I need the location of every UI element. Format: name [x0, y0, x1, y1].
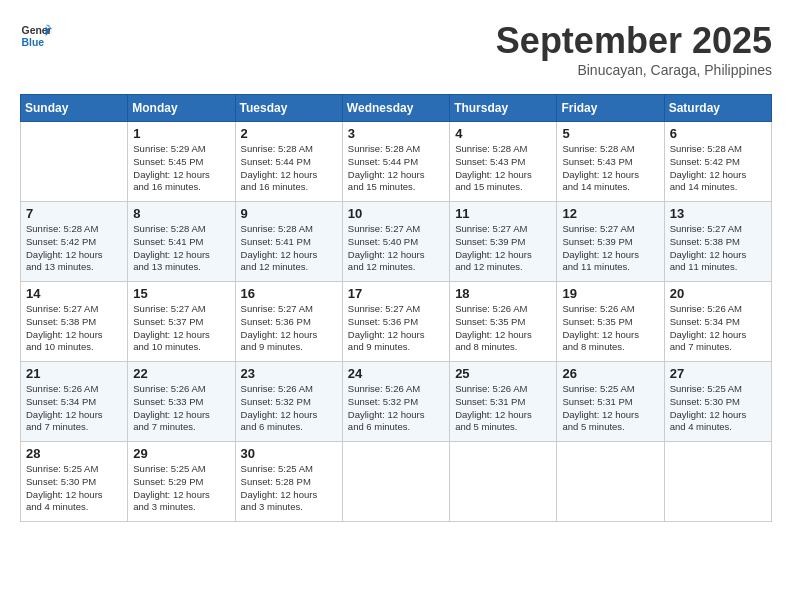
day-info: Sunrise: 5:25 AM Sunset: 5:31 PM Dayligh…	[562, 383, 658, 434]
day-info: Sunrise: 5:25 AM Sunset: 5:30 PM Dayligh…	[26, 463, 122, 514]
calendar-week-2: 7Sunrise: 5:28 AM Sunset: 5:42 PM Daylig…	[21, 202, 772, 282]
day-number: 1	[133, 126, 229, 141]
day-number: 28	[26, 446, 122, 461]
day-info: Sunrise: 5:27 AM Sunset: 5:40 PM Dayligh…	[348, 223, 444, 274]
day-info: Sunrise: 5:27 AM Sunset: 5:38 PM Dayligh…	[26, 303, 122, 354]
day-number: 22	[133, 366, 229, 381]
calendar-cell: 15Sunrise: 5:27 AM Sunset: 5:37 PM Dayli…	[128, 282, 235, 362]
calendar-cell: 26Sunrise: 5:25 AM Sunset: 5:31 PM Dayli…	[557, 362, 664, 442]
day-number: 29	[133, 446, 229, 461]
calendar-cell: 10Sunrise: 5:27 AM Sunset: 5:40 PM Dayli…	[342, 202, 449, 282]
calendar-cell: 12Sunrise: 5:27 AM Sunset: 5:39 PM Dayli…	[557, 202, 664, 282]
calendar-week-1: 1Sunrise: 5:29 AM Sunset: 5:45 PM Daylig…	[21, 122, 772, 202]
day-number: 3	[348, 126, 444, 141]
calendar-cell: 16Sunrise: 5:27 AM Sunset: 5:36 PM Dayli…	[235, 282, 342, 362]
calendar-cell: 17Sunrise: 5:27 AM Sunset: 5:36 PM Dayli…	[342, 282, 449, 362]
day-info: Sunrise: 5:27 AM Sunset: 5:39 PM Dayligh…	[562, 223, 658, 274]
day-info: Sunrise: 5:27 AM Sunset: 5:37 PM Dayligh…	[133, 303, 229, 354]
title-block: September 2025 Binucayan, Caraga, Philip…	[496, 20, 772, 78]
day-info: Sunrise: 5:28 AM Sunset: 5:44 PM Dayligh…	[241, 143, 337, 194]
calendar-week-4: 21Sunrise: 5:26 AM Sunset: 5:34 PM Dayli…	[21, 362, 772, 442]
day-info: Sunrise: 5:26 AM Sunset: 5:35 PM Dayligh…	[562, 303, 658, 354]
day-info: Sunrise: 5:26 AM Sunset: 5:32 PM Dayligh…	[241, 383, 337, 434]
day-number: 20	[670, 286, 766, 301]
calendar-cell	[664, 442, 771, 522]
day-info: Sunrise: 5:26 AM Sunset: 5:31 PM Dayligh…	[455, 383, 551, 434]
weekday-header-tuesday: Tuesday	[235, 95, 342, 122]
calendar-table: SundayMondayTuesdayWednesdayThursdayFrid…	[20, 94, 772, 522]
day-number: 11	[455, 206, 551, 221]
calendar-cell: 2Sunrise: 5:28 AM Sunset: 5:44 PM Daylig…	[235, 122, 342, 202]
calendar-cell	[450, 442, 557, 522]
calendar-cell: 4Sunrise: 5:28 AM Sunset: 5:43 PM Daylig…	[450, 122, 557, 202]
day-number: 6	[670, 126, 766, 141]
day-number: 30	[241, 446, 337, 461]
day-number: 7	[26, 206, 122, 221]
weekday-header-thursday: Thursday	[450, 95, 557, 122]
calendar-cell: 11Sunrise: 5:27 AM Sunset: 5:39 PM Dayli…	[450, 202, 557, 282]
day-info: Sunrise: 5:26 AM Sunset: 5:35 PM Dayligh…	[455, 303, 551, 354]
day-number: 19	[562, 286, 658, 301]
weekday-header-wednesday: Wednesday	[342, 95, 449, 122]
day-info: Sunrise: 5:26 AM Sunset: 5:34 PM Dayligh…	[26, 383, 122, 434]
svg-text:Blue: Blue	[22, 37, 45, 48]
day-number: 17	[348, 286, 444, 301]
day-info: Sunrise: 5:28 AM Sunset: 5:41 PM Dayligh…	[133, 223, 229, 274]
day-info: Sunrise: 5:28 AM Sunset: 5:43 PM Dayligh…	[455, 143, 551, 194]
day-number: 25	[455, 366, 551, 381]
day-number: 26	[562, 366, 658, 381]
weekday-header-friday: Friday	[557, 95, 664, 122]
weekday-header-saturday: Saturday	[664, 95, 771, 122]
calendar-cell: 5Sunrise: 5:28 AM Sunset: 5:43 PM Daylig…	[557, 122, 664, 202]
calendar-cell: 29Sunrise: 5:25 AM Sunset: 5:29 PM Dayli…	[128, 442, 235, 522]
weekday-header-row: SundayMondayTuesdayWednesdayThursdayFrid…	[21, 95, 772, 122]
page-header: General Blue September 2025 Binucayan, C…	[20, 20, 772, 78]
day-number: 8	[133, 206, 229, 221]
day-number: 27	[670, 366, 766, 381]
day-info: Sunrise: 5:27 AM Sunset: 5:36 PM Dayligh…	[241, 303, 337, 354]
calendar-cell: 20Sunrise: 5:26 AM Sunset: 5:34 PM Dayli…	[664, 282, 771, 362]
day-info: Sunrise: 5:28 AM Sunset: 5:43 PM Dayligh…	[562, 143, 658, 194]
calendar-cell: 21Sunrise: 5:26 AM Sunset: 5:34 PM Dayli…	[21, 362, 128, 442]
day-info: Sunrise: 5:28 AM Sunset: 5:42 PM Dayligh…	[26, 223, 122, 274]
day-info: Sunrise: 5:25 AM Sunset: 5:29 PM Dayligh…	[133, 463, 229, 514]
day-number: 12	[562, 206, 658, 221]
day-number: 14	[26, 286, 122, 301]
day-info: Sunrise: 5:25 AM Sunset: 5:30 PM Dayligh…	[670, 383, 766, 434]
day-number: 15	[133, 286, 229, 301]
calendar-cell: 24Sunrise: 5:26 AM Sunset: 5:32 PM Dayli…	[342, 362, 449, 442]
day-number: 4	[455, 126, 551, 141]
day-info: Sunrise: 5:27 AM Sunset: 5:38 PM Dayligh…	[670, 223, 766, 274]
calendar-cell: 30Sunrise: 5:25 AM Sunset: 5:28 PM Dayli…	[235, 442, 342, 522]
month-title: September 2025	[496, 20, 772, 62]
day-number: 10	[348, 206, 444, 221]
calendar-cell: 25Sunrise: 5:26 AM Sunset: 5:31 PM Dayli…	[450, 362, 557, 442]
day-info: Sunrise: 5:28 AM Sunset: 5:41 PM Dayligh…	[241, 223, 337, 274]
calendar-cell: 9Sunrise: 5:28 AM Sunset: 5:41 PM Daylig…	[235, 202, 342, 282]
logo: General Blue	[20, 20, 52, 52]
day-info: Sunrise: 5:26 AM Sunset: 5:34 PM Dayligh…	[670, 303, 766, 354]
day-info: Sunrise: 5:27 AM Sunset: 5:36 PM Dayligh…	[348, 303, 444, 354]
calendar-cell: 8Sunrise: 5:28 AM Sunset: 5:41 PM Daylig…	[128, 202, 235, 282]
calendar-cell: 27Sunrise: 5:25 AM Sunset: 5:30 PM Dayli…	[664, 362, 771, 442]
calendar-cell: 7Sunrise: 5:28 AM Sunset: 5:42 PM Daylig…	[21, 202, 128, 282]
day-number: 9	[241, 206, 337, 221]
calendar-body: 1Sunrise: 5:29 AM Sunset: 5:45 PM Daylig…	[21, 122, 772, 522]
calendar-cell: 3Sunrise: 5:28 AM Sunset: 5:44 PM Daylig…	[342, 122, 449, 202]
weekday-header-sunday: Sunday	[21, 95, 128, 122]
day-info: Sunrise: 5:25 AM Sunset: 5:28 PM Dayligh…	[241, 463, 337, 514]
calendar-week-3: 14Sunrise: 5:27 AM Sunset: 5:38 PM Dayli…	[21, 282, 772, 362]
day-info: Sunrise: 5:28 AM Sunset: 5:42 PM Dayligh…	[670, 143, 766, 194]
calendar-cell: 1Sunrise: 5:29 AM Sunset: 5:45 PM Daylig…	[128, 122, 235, 202]
day-number: 23	[241, 366, 337, 381]
day-number: 2	[241, 126, 337, 141]
calendar-cell	[342, 442, 449, 522]
calendar-cell: 14Sunrise: 5:27 AM Sunset: 5:38 PM Dayli…	[21, 282, 128, 362]
calendar-cell: 23Sunrise: 5:26 AM Sunset: 5:32 PM Dayli…	[235, 362, 342, 442]
weekday-header-monday: Monday	[128, 95, 235, 122]
calendar-cell: 18Sunrise: 5:26 AM Sunset: 5:35 PM Dayli…	[450, 282, 557, 362]
calendar-cell: 13Sunrise: 5:27 AM Sunset: 5:38 PM Dayli…	[664, 202, 771, 282]
day-number: 24	[348, 366, 444, 381]
calendar-week-5: 28Sunrise: 5:25 AM Sunset: 5:30 PM Dayli…	[21, 442, 772, 522]
day-info: Sunrise: 5:26 AM Sunset: 5:32 PM Dayligh…	[348, 383, 444, 434]
